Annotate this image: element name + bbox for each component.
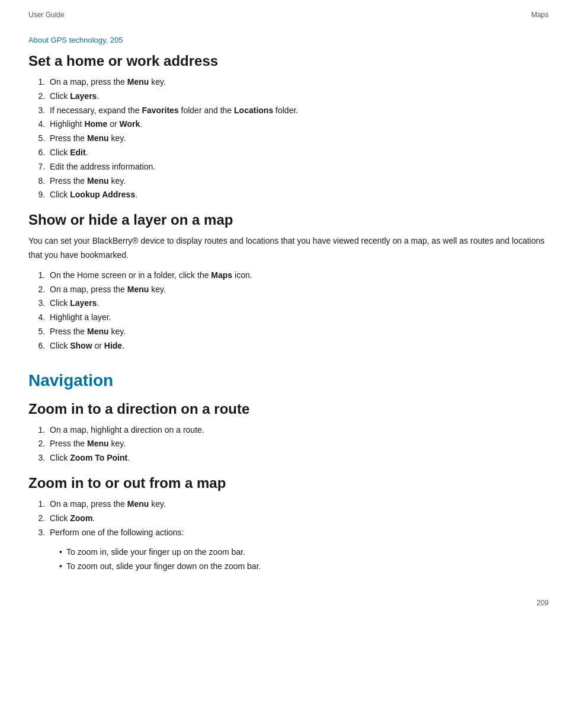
step-1-3: If necessary, expand the Favorites folde… — [47, 104, 549, 118]
step-4-3: Perform one of the following actions: — [47, 526, 549, 540]
step-2-4: Highlight a layer. — [47, 311, 549, 325]
section-zoom-in-out: Zoom in to or out from a map On a map, p… — [28, 475, 549, 574]
step-1-6: Click Edit. — [47, 146, 549, 160]
section-set-home-work: Set a home or work address On a map, pre… — [28, 53, 549, 202]
page-number: 209 — [537, 599, 549, 607]
step-3-3: Click Zoom To Point. — [47, 451, 549, 465]
step-3-1: On a map, highlight a direction on a rou… — [47, 423, 549, 438]
section-zoom-direction: Zoom in to a direction on a route On a m… — [28, 401, 549, 465]
section-title-show-hide-layer: Show or hide a layer on a map — [28, 212, 549, 228]
step-4-2: Click Zoom. — [47, 512, 549, 526]
header-left: User Guide — [28, 11, 65, 19]
zoom-direction-steps: On a map, highlight a direction on a rou… — [47, 423, 549, 465]
step-2-1: On the Home screen or in a folder, click… — [47, 269, 549, 283]
step-4-1: On a map, press the Menu key. — [47, 497, 549, 512]
step-1-7: Edit the address information. — [47, 160, 549, 174]
zoom-in-out-steps: On a map, press the Menu key. Click Zoom… — [47, 497, 549, 539]
bullet-zoom-out: To zoom out, slide your finger down on t… — [59, 560, 549, 574]
step-1-5: Press the Menu key. — [47, 132, 549, 146]
step-1-9: Click Lookup Address. — [47, 188, 549, 202]
section-show-hide-layer: Show or hide a layer on a map You can se… — [28, 212, 549, 353]
zoom-bullet-list: To zoom in, slide your finger up on the … — [59, 545, 549, 574]
step-2-6: Click Show or Hide. — [47, 339, 549, 353]
show-hide-steps: On the Home screen or in a folder, click… — [47, 269, 549, 353]
step-1-2: Click Layers. — [47, 90, 549, 104]
page-container: User Guide Maps About GPS technology, 20… — [0, 0, 577, 619]
header-right: Maps — [531, 11, 549, 19]
section-title-zoom-in-out: Zoom in to or out from a map — [28, 475, 549, 491]
set-home-work-steps: On a map, press the Menu key. Click Laye… — [47, 75, 549, 202]
section-title-set-home-work: Set a home or work address — [28, 53, 549, 69]
step-1-8: Press the Menu key. — [47, 174, 549, 189]
step-3-2: Press the Menu key. — [47, 437, 549, 451]
step-2-2: On a map, press the Menu key. — [47, 283, 549, 297]
step-2-5: Press the Menu key. — [47, 325, 549, 339]
section-title-zoom-direction: Zoom in to a direction on a route — [28, 401, 549, 417]
step-1-4: Highlight Home or Work. — [47, 117, 549, 132]
breadcrumb-link[interactable]: About GPS technology, 205 — [28, 36, 549, 44]
navigation-heading: Navigation — [28, 371, 549, 390]
header-bar: User Guide Maps — [28, 11, 549, 19]
step-1-1: On a map, press the Menu key. — [47, 75, 549, 90]
bullet-zoom-in: To zoom in, slide your finger up on the … — [59, 545, 549, 560]
show-hide-description: You can set your BlackBerry® device to d… — [28, 234, 549, 263]
step-2-3: Click Layers. — [47, 296, 549, 311]
